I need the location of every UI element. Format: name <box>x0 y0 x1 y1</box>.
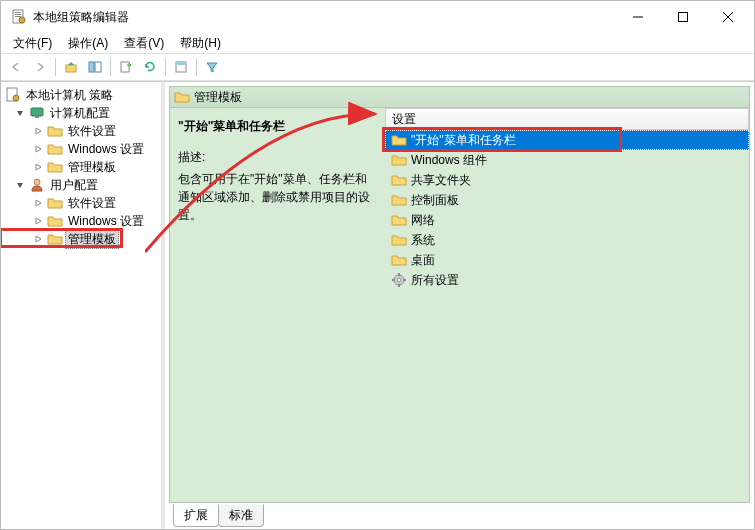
svg-rect-25 <box>403 279 406 281</box>
detail-desc-text: 包含可用于在"开始"菜单、任务栏和通知区域添加、删除或禁用项目的设置。 <box>178 170 377 224</box>
list-item-windows-components[interactable]: Windows 组件 <box>385 150 749 170</box>
forward-button[interactable] <box>29 56 51 78</box>
tab-standard[interactable]: 标准 <box>218 504 264 527</box>
svg-rect-6 <box>678 13 687 22</box>
tree-comp-admin[interactable]: 管理模板 <box>1 158 161 176</box>
collapse-icon[interactable] <box>13 106 27 120</box>
tree-user-label: 用户配置 <box>47 176 101 195</box>
list-item-all-settings[interactable]: 所有设置 <box>385 270 749 290</box>
list-item-system[interactable]: 系统 <box>385 230 749 250</box>
list-item-desktop[interactable]: 桌面 <box>385 250 749 270</box>
svg-rect-24 <box>392 279 395 281</box>
svg-rect-18 <box>35 116 39 118</box>
properties-button[interactable] <box>170 56 192 78</box>
tree-user-admin[interactable]: 管理模板 <box>1 230 161 248</box>
expand-icon[interactable] <box>31 214 45 228</box>
tree-panel[interactable]: 本地计算机 策略 计算机配置 软件设置 Windows 设置 管理模板 用户配置 <box>1 82 161 529</box>
svg-rect-22 <box>398 273 400 276</box>
folder-icon <box>391 212 407 228</box>
list-body[interactable]: "开始"菜单和任务栏 Windows 组件 共享文件夹 控制面板 <box>385 130 749 502</box>
gear-icon <box>391 272 407 288</box>
list-item-shared-folders[interactable]: 共享文件夹 <box>385 170 749 190</box>
tree-comp-windows[interactable]: Windows 设置 <box>1 140 161 158</box>
right-header-text: 管理模板 <box>194 89 242 106</box>
svg-point-16 <box>13 95 19 101</box>
tabs: 扩展 标准 <box>169 505 750 527</box>
tree-user-config[interactable]: 用户配置 <box>1 176 161 194</box>
list-header[interactable]: 设置 <box>385 108 749 130</box>
refresh-button[interactable] <box>139 56 161 78</box>
tree-root-label: 本地计算机 策略 <box>23 86 116 105</box>
folder-icon <box>391 192 407 208</box>
filter-button[interactable] <box>201 56 223 78</box>
svg-rect-10 <box>89 62 94 72</box>
svg-rect-17 <box>31 108 43 116</box>
folder-icon <box>391 252 407 268</box>
app-icon <box>11 9 27 25</box>
folder-icon <box>391 152 407 168</box>
tree-user-software[interactable]: 软件设置 <box>1 194 161 212</box>
svg-point-4 <box>19 17 25 23</box>
list-item-network[interactable]: 网络 <box>385 210 749 230</box>
back-button[interactable] <box>5 56 27 78</box>
toolbar <box>1 53 754 81</box>
folder-icon <box>391 172 407 188</box>
svg-point-21 <box>397 278 401 282</box>
minimize-button[interactable] <box>615 3 660 31</box>
title-bar: 本地组策略编辑器 <box>1 1 754 33</box>
maximize-button[interactable] <box>660 3 705 31</box>
detail-title: "开始"菜单和任务栏 <box>178 118 377 135</box>
folder-icon <box>391 132 407 148</box>
expand-icon[interactable] <box>31 196 45 210</box>
expand-icon[interactable] <box>31 232 45 246</box>
right-panel: 管理模板 "开始"菜单和任务栏 描述: 包含可用于在"开始"菜单、任务栏和通知区… <box>165 82 754 529</box>
menu-help[interactable]: 帮助(H) <box>172 33 229 54</box>
svg-rect-3 <box>15 16 21 17</box>
up-button[interactable] <box>60 56 82 78</box>
tab-extended[interactable]: 扩展 <box>173 504 219 527</box>
close-button[interactable] <box>705 3 750 31</box>
window-title: 本地组策略编辑器 <box>33 9 615 26</box>
expand-icon[interactable] <box>31 142 45 156</box>
right-header: 管理模板 <box>169 86 750 108</box>
menu-file[interactable]: 文件(F) <box>5 33 60 54</box>
tree-root[interactable]: 本地计算机 策略 <box>1 86 161 104</box>
folder-icon <box>391 232 407 248</box>
menu-bar: 文件(F) 操作(A) 查看(V) 帮助(H) <box>1 33 754 53</box>
menu-action[interactable]: 操作(A) <box>60 33 116 54</box>
collapse-icon[interactable] <box>13 178 27 192</box>
show-hide-tree-button[interactable] <box>84 56 106 78</box>
menu-view[interactable]: 查看(V) <box>116 33 172 54</box>
svg-rect-11 <box>95 62 101 72</box>
svg-rect-23 <box>398 284 400 287</box>
tree-user-windows[interactable]: Windows 设置 <box>1 212 161 230</box>
tree-computer-label: 计算机配置 <box>47 104 113 123</box>
svg-rect-1 <box>15 12 21 13</box>
main-content: 本地计算机 策略 计算机配置 软件设置 Windows 设置 管理模板 用户配置 <box>1 81 754 529</box>
detail-desc-label: 描述: <box>178 149 377 166</box>
detail-column: "开始"菜单和任务栏 描述: 包含可用于在"开始"菜单、任务栏和通知区域添加、删… <box>170 108 385 502</box>
svg-rect-9 <box>66 65 76 72</box>
tree-comp-software[interactable]: 软件设置 <box>1 122 161 140</box>
list-column: 设置 "开始"菜单和任务栏 Windows 组件 共享文件夹 <box>385 108 749 502</box>
expand-icon[interactable] <box>31 124 45 138</box>
svg-rect-14 <box>176 62 186 65</box>
export-button[interactable] <box>115 56 137 78</box>
tree-computer-config[interactable]: 计算机配置 <box>1 104 161 122</box>
svg-rect-12 <box>121 62 129 72</box>
svg-point-19 <box>34 179 40 185</box>
list-item-start-menu[interactable]: "开始"菜单和任务栏 <box>385 130 749 150</box>
svg-rect-2 <box>15 14 21 15</box>
list-item-control-panel[interactable]: 控制面板 <box>385 190 749 210</box>
expand-icon[interactable] <box>31 160 45 174</box>
